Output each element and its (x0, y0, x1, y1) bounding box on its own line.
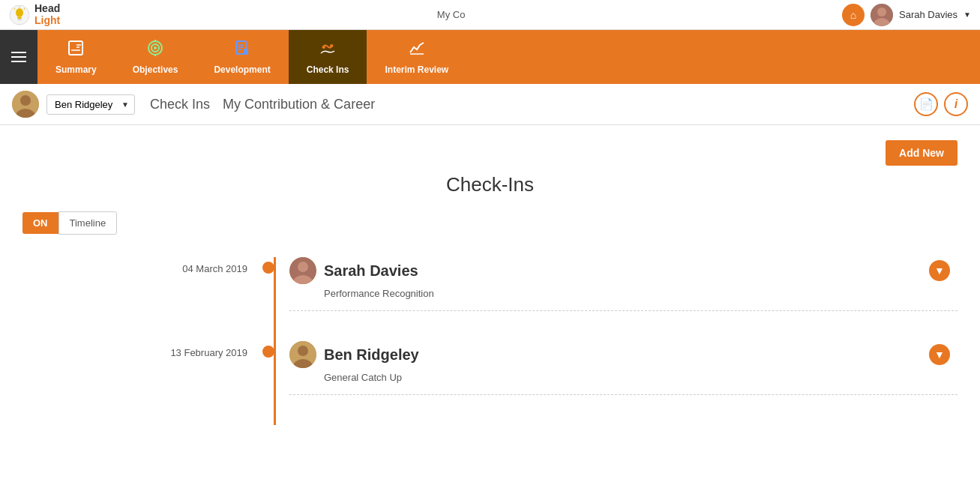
svg-point-32 (298, 262, 308, 272)
sub-header: Ben Ridgeley ▼ Check Ins My Contribution… (0, 84, 980, 125)
add-new-wrap: Add New (22, 140, 958, 166)
page-title: Check-Ins (22, 173, 958, 196)
svg-point-1 (16, 8, 23, 17)
interim-icon (408, 39, 426, 61)
toggle-timeline-button[interactable]: Timeline (58, 211, 118, 235)
breadcrumb-page: My Contribution & Career (223, 97, 375, 112)
timeline-container: 04 March 2019 Sarah Davies (22, 257, 958, 425)
top-bar: Head Light My Co ⌂ Sarah Davies ▼ (0, 0, 980, 30)
expand-button[interactable]: ▼ (929, 344, 950, 365)
add-new-button[interactable]: Add New (886, 140, 958, 166)
nav-item-objectives[interactable]: Objectives (115, 30, 196, 84)
checkins-icon (319, 39, 337, 61)
svg-line-5 (14, 8, 15, 9)
svg-rect-3 (18, 19, 22, 20)
card-person: Sarah Davies (289, 257, 418, 284)
breadcrumb-checkins: Check Ins (150, 97, 210, 112)
sub-header-left: Ben Ridgeley ▼ Check Ins My Contribution… (12, 91, 375, 118)
home-button[interactable]: ⌂ (842, 4, 865, 26)
nav-item-checkins[interactable]: Check Ins (289, 30, 367, 84)
card-header: Sarah Davies ▼ (289, 257, 958, 284)
card-header: Ben Ridgeley ▼ (289, 341, 958, 368)
timeline-item: 13 February 2019 Ben Ridgeley (22, 341, 958, 395)
svg-line-6 (24, 8, 25, 9)
card-person: Ben Ridgeley (289, 341, 419, 368)
nav-bar: Summary Objectives Development (0, 30, 980, 84)
logo: Head Light (9, 3, 60, 26)
hamburger-icon (11, 52, 26, 62)
chevron-down-icon: ▼ (934, 265, 945, 277)
breadcrumb: Check Ins My Contribution & Career (150, 97, 375, 112)
user-avatar (871, 4, 893, 26)
nav-item-interim[interactable]: Interim Review (367, 30, 466, 84)
summary-icon (67, 39, 85, 61)
svg-point-17 (154, 46, 157, 49)
svg-point-26 (330, 44, 333, 47)
timeline-card: Ben Ridgeley ▼ General Catch Up (289, 341, 958, 395)
person-avatar (289, 341, 316, 368)
timeline-card: Sarah Davies ▼ Performance Recognition (289, 257, 958, 311)
selected-user-portrait (12, 91, 39, 118)
timeline-date: 04 March 2019 (22, 257, 262, 274)
objectives-label: Objectives (133, 64, 178, 75)
company-name: My Co (437, 9, 466, 20)
person-name: Ben Ridgeley (324, 346, 419, 364)
logo-icon (9, 4, 30, 25)
summary-label: Summary (55, 64, 97, 75)
home-icon: ⌂ (850, 9, 856, 21)
hamburger-menu[interactable] (0, 30, 37, 84)
toggle-row: ON Timeline (22, 211, 958, 235)
interim-label: Interim Review (385, 64, 448, 75)
svg-rect-10 (69, 41, 82, 55)
toggle-on-button[interactable]: ON (22, 212, 58, 234)
user-selector-wrap[interactable]: Ben Ridgeley ▼ (46, 94, 135, 115)
person-name: Sarah Davies (324, 262, 418, 280)
svg-rect-2 (17, 17, 22, 19)
info-button[interactable]: i (944, 92, 968, 116)
expand-button[interactable]: ▼ (929, 260, 950, 281)
timeline-date: 13 February 2019 (22, 341, 262, 358)
top-bar-right: ⌂ Sarah Davies ▼ (842, 4, 971, 26)
user-name-label[interactable]: Sarah Davies (899, 9, 958, 20)
user-dropdown-arrow[interactable]: ▼ (964, 10, 971, 19)
nav-item-development[interactable]: Development (196, 30, 288, 84)
checkins-label: Check Ins (307, 64, 349, 75)
pdf-button[interactable]: 📄 (914, 92, 938, 116)
user-select[interactable]: Ben Ridgeley (46, 94, 135, 115)
timeline-item: 04 March 2019 Sarah Davies (22, 257, 958, 311)
person-avatar (289, 257, 316, 284)
objectives-icon (146, 39, 164, 61)
svg-point-35 (298, 346, 308, 356)
pdf-icon: 📄 (919, 97, 934, 111)
nav-item-summary[interactable]: Summary (37, 30, 115, 84)
card-subtitle: General Catch Up (289, 372, 958, 383)
svg-rect-24 (244, 49, 248, 55)
development-label: Development (214, 64, 270, 75)
info-icon: i (955, 97, 958, 111)
logo-text: Head Light (34, 3, 60, 26)
timeline-dot (262, 346, 274, 358)
svg-point-25 (322, 46, 325, 49)
svg-point-29 (20, 95, 31, 106)
timeline-dot (262, 262, 274, 274)
sub-header-right: 📄 i (914, 92, 968, 116)
card-subtitle: Performance Recognition (289, 288, 958, 299)
chevron-down-icon: ▼ (934, 349, 945, 361)
main-content: Add New Check-Ins ON Timeline 04 March 2… (0, 125, 980, 440)
svg-point-8 (877, 7, 886, 16)
svg-point-11 (72, 44, 76, 48)
development-icon (233, 39, 251, 61)
